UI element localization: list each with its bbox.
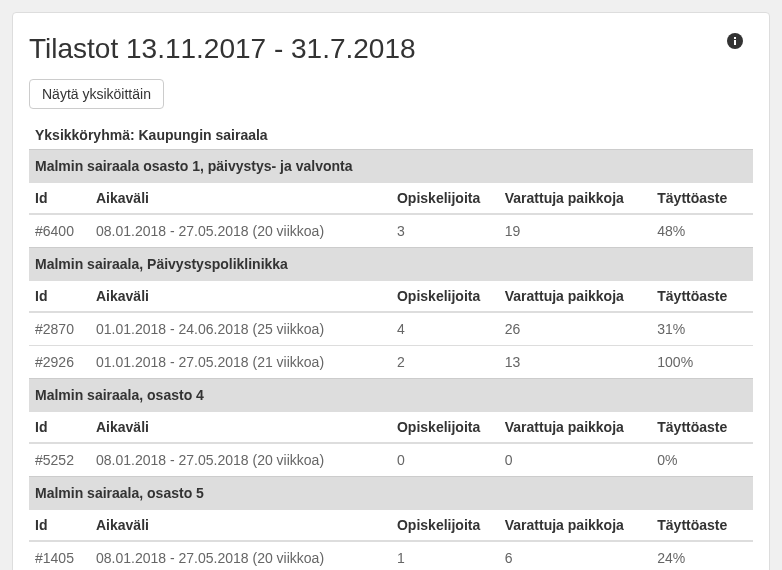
section-header-row: Malmin sairaala osasto 1, päivystys- ja … xyxy=(29,150,753,183)
section-header-row: Malmin sairaala, osasto 5 xyxy=(29,477,753,510)
column-period: Aikaväli xyxy=(90,412,391,444)
cell-id: #6400 xyxy=(29,214,90,248)
column-fill: Täyttöaste xyxy=(651,281,753,313)
cell-fill: 100% xyxy=(651,346,753,379)
cell-students: 2 xyxy=(391,346,499,379)
column-students: Opiskelijoita xyxy=(391,281,499,313)
table-row: #140508.01.2018 - 27.05.2018 (20 viikkoa… xyxy=(29,541,753,570)
cell-period: 08.01.2018 - 27.05.2018 (20 viikkoa) xyxy=(90,214,391,248)
cell-reserved: 13 xyxy=(499,346,652,379)
page-title: Tilastot 13.11.2017 - 31.7.2018 xyxy=(29,33,753,65)
info-icon[interactable] xyxy=(727,33,743,49)
column-students: Opiskelijoita xyxy=(391,510,499,542)
cell-id: #5252 xyxy=(29,443,90,477)
cell-id: #2926 xyxy=(29,346,90,379)
column-id: Id xyxy=(29,412,90,444)
section-header-row: Malmin sairaala, Päivystyspoliklinikka xyxy=(29,248,753,281)
column-students: Opiskelijoita xyxy=(391,183,499,215)
cell-reserved: 26 xyxy=(499,312,652,346)
column-header-row: IdAikaväliOpiskelijoitaVarattuja paikkoj… xyxy=(29,281,753,313)
cell-fill: 24% xyxy=(651,541,753,570)
section-name: Malmin sairaala, Päivystyspoliklinikka xyxy=(29,248,753,281)
section-name: Malmin sairaala, osasto 5 xyxy=(29,477,753,510)
cell-students: 3 xyxy=(391,214,499,248)
column-period: Aikaväli xyxy=(90,281,391,313)
cell-fill: 31% xyxy=(651,312,753,346)
cell-period: 08.01.2018 - 27.05.2018 (20 viikkoa) xyxy=(90,443,391,477)
table-row: #292601.01.2018 - 27.05.2018 (21 viikkoa… xyxy=(29,346,753,379)
cell-period: 08.01.2018 - 27.05.2018 (20 viikkoa) xyxy=(90,541,391,570)
cell-period: 01.01.2018 - 24.06.2018 (25 viikkoa) xyxy=(90,312,391,346)
unit-group-label: Yksikköryhmä: Kaupungin sairaala xyxy=(35,127,753,143)
column-fill: Täyttöaste xyxy=(651,412,753,444)
column-header-row: IdAikaväliOpiskelijoitaVarattuja paikkoj… xyxy=(29,510,753,542)
section-name: Malmin sairaala, osasto 4 xyxy=(29,379,753,412)
svg-rect-2 xyxy=(734,37,736,39)
column-period: Aikaväli xyxy=(90,510,391,542)
section-header-row: Malmin sairaala, osasto 4 xyxy=(29,379,753,412)
cell-fill: 0% xyxy=(651,443,753,477)
column-fill: Täyttöaste xyxy=(651,510,753,542)
column-reserved: Varattuja paikkoja xyxy=(499,412,652,444)
cell-fill: 48% xyxy=(651,214,753,248)
section-name: Malmin sairaala osasto 1, päivystys- ja … xyxy=(29,150,753,183)
table-row: #525208.01.2018 - 27.05.2018 (20 viikkoa… xyxy=(29,443,753,477)
svg-rect-1 xyxy=(734,40,736,45)
column-id: Id xyxy=(29,281,90,313)
column-fill: Täyttöaste xyxy=(651,183,753,215)
cell-reserved: 19 xyxy=(499,214,652,248)
table-row: #287001.01.2018 - 24.06.2018 (25 viikkoa… xyxy=(29,312,753,346)
column-id: Id xyxy=(29,183,90,215)
cell-period: 01.01.2018 - 27.05.2018 (21 viikkoa) xyxy=(90,346,391,379)
column-period: Aikaväli xyxy=(90,183,391,215)
cell-reserved: 0 xyxy=(499,443,652,477)
cell-students: 0 xyxy=(391,443,499,477)
cell-id: #1405 xyxy=(29,541,90,570)
cell-students: 4 xyxy=(391,312,499,346)
column-reserved: Varattuja paikkoja xyxy=(499,281,652,313)
column-id: Id xyxy=(29,510,90,542)
column-reserved: Varattuja paikkoja xyxy=(499,183,652,215)
column-students: Opiskelijoita xyxy=(391,412,499,444)
table-row: #640008.01.2018 - 27.05.2018 (20 viikkoa… xyxy=(29,214,753,248)
column-reserved: Varattuja paikkoja xyxy=(499,510,652,542)
stats-panel: Tilastot 13.11.2017 - 31.7.2018 Näytä yk… xyxy=(12,12,770,570)
stats-table: Malmin sairaala osasto 1, päivystys- ja … xyxy=(29,149,753,570)
column-header-row: IdAikaväliOpiskelijoitaVarattuja paikkoj… xyxy=(29,412,753,444)
cell-students: 1 xyxy=(391,541,499,570)
show-by-unit-button[interactable]: Näytä yksiköittäin xyxy=(29,79,164,109)
column-header-row: IdAikaväliOpiskelijoitaVarattuja paikkoj… xyxy=(29,183,753,215)
cell-id: #2870 xyxy=(29,312,90,346)
cell-reserved: 6 xyxy=(499,541,652,570)
